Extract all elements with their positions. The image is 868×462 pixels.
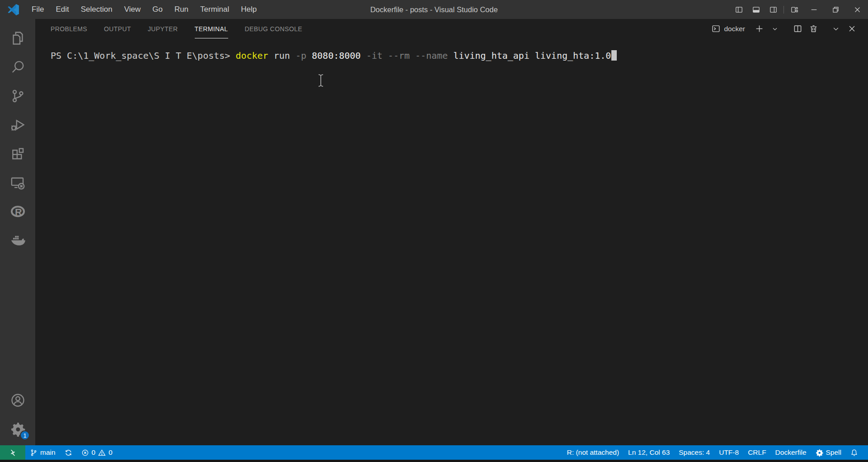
problems-status[interactable]: 0 0 <box>77 445 117 460</box>
toggle-primary-sidebar-icon <box>735 6 743 14</box>
vscode-window: File Edit Selection View Go Run Terminal… <box>0 0 868 462</box>
panel: PROBLEMS OUTPUT JUPYTER TERMINAL DEBUG C… <box>35 19 868 445</box>
eol-status[interactable]: CRLF <box>743 445 770 460</box>
eol-label: CRLF <box>748 448 766 457</box>
new-terminal-plus-icon <box>755 24 764 33</box>
menu-go[interactable]: Go <box>146 0 169 19</box>
launch-profile-button[interactable] <box>769 23 781 35</box>
close-panel-button[interactable] <box>845 23 858 35</box>
branch-status[interactable]: main <box>25 445 60 460</box>
menu-run[interactable]: Run <box>169 0 194 19</box>
toggle-secondary-sidebar-button[interactable] <box>765 0 782 19</box>
settings-button[interactable]: 1 <box>0 415 35 443</box>
tab-jupyter[interactable]: JUPYTER <box>148 19 178 38</box>
titlebar-controls <box>730 0 868 19</box>
titlebar-separator <box>784 6 784 14</box>
tab-problems[interactable]: PROBLEMS <box>51 19 87 38</box>
menu-bar: File Edit Selection View Go Run Terminal… <box>26 0 263 19</box>
extensions-icon <box>10 146 25 161</box>
account-button[interactable] <box>0 386 35 415</box>
language-mode-status[interactable]: Dockerfile <box>771 445 811 460</box>
activity-source-control-button[interactable] <box>0 81 35 110</box>
panel-header: PROBLEMS OUTPUT JUPYTER TERMINAL DEBUG C… <box>35 19 868 38</box>
activity-bar: R 1 <box>0 19 35 445</box>
language-mode-label: Dockerfile <box>775 448 807 457</box>
launch-profile-chevron-icon <box>772 26 778 32</box>
terminal-output-area[interactable]: PS C:\1_Work_space\S I T E\posts> docker… <box>35 38 868 445</box>
terminal-session-selector[interactable]: docker <box>712 24 745 33</box>
tab-debug-console[interactable]: DEBUG CONSOLE <box>245 19 302 38</box>
menu-terminal[interactable]: Terminal <box>194 0 235 19</box>
run-debug-icon <box>10 118 25 132</box>
svg-text:R: R <box>14 207 22 218</box>
activity-search-button[interactable] <box>0 52 35 81</box>
terminal-token <box>361 50 366 61</box>
window-title: Dockerfile - posts - Visual Studio Code <box>370 0 497 19</box>
panel-actions: docker <box>712 23 858 35</box>
window-bottom-edge <box>0 460 868 462</box>
errors-count: 0 <box>92 448 96 457</box>
notifications-bell-button[interactable] <box>846 445 863 460</box>
toggle-panel-icon <box>752 6 760 14</box>
close-icon <box>854 6 861 14</box>
activity-extensions-button[interactable] <box>0 139 35 168</box>
menu-help[interactable]: Help <box>235 0 263 19</box>
split-terminal-icon <box>793 24 802 33</box>
toggle-primary-sidebar-button[interactable] <box>730 0 747 19</box>
terminal-token: -p <box>296 50 306 61</box>
tab-terminal[interactable]: TERMINAL <box>195 19 228 38</box>
menu-view[interactable]: View <box>118 0 147 19</box>
activity-run-debug-button[interactable] <box>0 110 35 139</box>
spell-status[interactable]: Spell <box>811 445 846 460</box>
terminal-prompt-icon <box>712 24 720 33</box>
terminal-token <box>448 50 453 61</box>
activity-r-button[interactable]: R <box>0 197 35 226</box>
encoding-status[interactable]: UTF-8 <box>714 445 743 460</box>
kill-terminal-button[interactable] <box>807 23 820 35</box>
hide-panel-chevron-icon <box>832 25 840 33</box>
terminal-token <box>383 50 388 61</box>
remote-open-icon <box>9 448 17 457</box>
sync-icon <box>65 449 72 457</box>
tab-output[interactable]: OUTPUT <box>104 19 131 38</box>
split-terminal-button[interactable] <box>791 23 804 35</box>
activity-explorer-button[interactable] <box>0 24 35 52</box>
menu-file[interactable]: File <box>26 0 50 19</box>
kill-terminal-trash-icon <box>809 24 818 33</box>
activity-remote-explorer-button[interactable] <box>0 168 35 197</box>
terminal-token: run <box>268 50 296 61</box>
r-session-status[interactable]: R: (not attached) <box>563 445 624 460</box>
terminal-command-line: PS C:\1_Work_space\S I T E\posts> docker… <box>51 50 868 61</box>
cursor-position-label: Ln 12, Col 63 <box>628 448 670 457</box>
menu-edit[interactable]: Edit <box>50 0 75 19</box>
restore-button[interactable] <box>825 0 846 19</box>
restore-icon <box>832 6 840 14</box>
customize-layout-button[interactable] <box>786 0 803 19</box>
cursor-position-status[interactable]: Ln 12, Col 63 <box>624 445 674 460</box>
source-control-icon <box>10 89 25 104</box>
menu-selection[interactable]: Selection <box>75 0 118 19</box>
account-icon <box>10 393 25 408</box>
search-icon <box>10 60 25 75</box>
new-terminal-button[interactable] <box>753 23 765 35</box>
vscode-logo-icon <box>7 4 19 16</box>
encoding-label: UTF-8 <box>719 448 739 457</box>
panel-tabs: PROBLEMS OUTPUT JUPYTER TERMINAL DEBUG C… <box>51 19 302 38</box>
customize-layout-icon <box>791 6 798 14</box>
spell-label: Spell <box>826 448 841 457</box>
status-bar-right: R: (not attached) Ln 12, Col 63 Spaces: … <box>563 445 868 460</box>
settings-badge: 1 <box>20 430 30 440</box>
terminal-cursor <box>611 50 617 61</box>
close-window-button[interactable] <box>846 0 868 19</box>
terminal-token: docker <box>235 50 268 61</box>
indentation-status[interactable]: Spaces: 4 <box>674 445 714 460</box>
remote-indicator[interactable] <box>0 445 25 460</box>
activity-docker-button[interactable] <box>0 226 35 255</box>
warnings-count: 0 <box>108 448 113 457</box>
terminal-token: -it <box>366 50 382 61</box>
minimize-button[interactable] <box>803 0 825 19</box>
toggle-panel-button[interactable] <box>747 0 765 19</box>
git-branch-icon <box>30 449 38 457</box>
sync-button[interactable] <box>60 445 77 460</box>
hide-panel-button[interactable] <box>830 23 842 35</box>
